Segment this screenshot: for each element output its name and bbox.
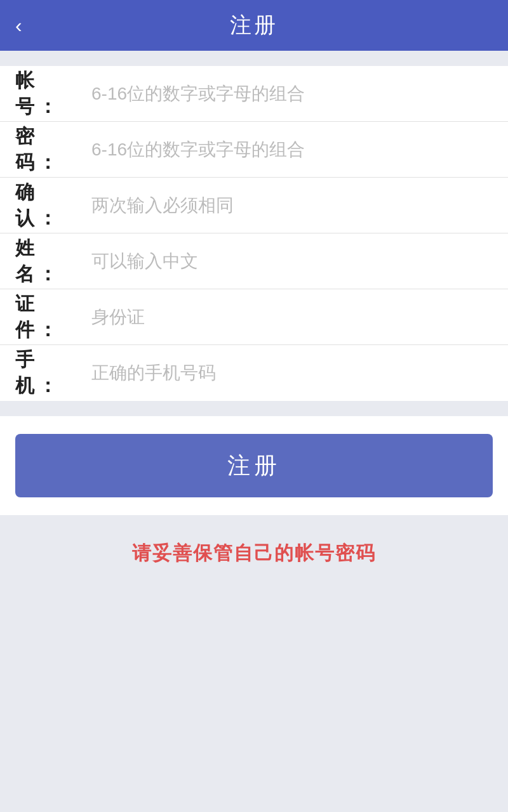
notice-text: 请妥善保管自己的帐号密码 [132, 542, 376, 563]
form-row-confirm: 确 认： [0, 178, 508, 233]
label-phone: 手 机： [15, 347, 91, 399]
form-row-name: 姓 名： [0, 233, 508, 289]
input-password[interactable] [91, 140, 493, 160]
form-row-id_card: 证 件： [0, 289, 508, 345]
label-name: 姓 名： [15, 235, 91, 287]
spacer-top [0, 51, 508, 66]
form-section: 帐 号：密 码：确 认：姓 名：证 件：手 机： [0, 66, 508, 401]
input-confirm[interactable] [91, 195, 493, 216]
register-button[interactable]: 注册 [15, 434, 493, 497]
label-account: 帐 号： [15, 68, 91, 120]
back-button[interactable]: ‹ [15, 15, 22, 36]
input-phone[interactable] [91, 363, 493, 383]
input-id_card[interactable] [91, 307, 493, 327]
form-row-account: 帐 号： [0, 66, 508, 122]
input-account[interactable] [91, 84, 493, 104]
info-section: 请妥善保管自己的帐号密码 [0, 515, 508, 592]
page-title: 注册 [230, 11, 278, 40]
label-confirm: 确 认： [15, 180, 91, 232]
input-name[interactable] [91, 251, 493, 272]
button-section: 注册 [0, 416, 508, 515]
label-password: 密 码： [15, 124, 91, 176]
header: ‹ 注册 [0, 0, 508, 51]
spacer-mid [0, 401, 508, 416]
label-id_card: 证 件： [15, 291, 91, 343]
form-row-password: 密 码： [0, 122, 508, 178]
form-row-phone: 手 机： [0, 345, 508, 401]
